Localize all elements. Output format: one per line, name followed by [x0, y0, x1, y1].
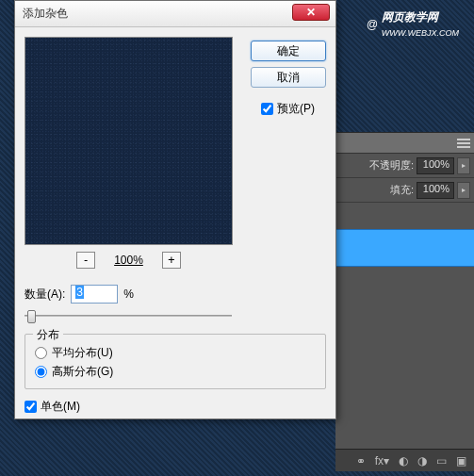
opacity-label: 不透明度: [369, 158, 414, 172]
adjustment-icon[interactable]: ◑ [417, 454, 427, 468]
fill-flyout-icon[interactable]: ▸ [457, 182, 470, 199]
amount-label: 数量(A): [25, 287, 65, 303]
gaussian-label: 高斯分布(G) [52, 364, 113, 380]
preview-checkbox[interactable] [261, 103, 273, 115]
monochrome-checkbox[interactable] [25, 401, 37, 413]
add-noise-dialog: 添加杂色 ✕ - 100% + 确定 取消 预览(P) 数量(A): 3 % [14, 0, 336, 419]
zoom-level: 100% [114, 254, 143, 267]
distribution-title: 分布 [33, 327, 63, 343]
close-button[interactable]: ✕ [292, 4, 330, 21]
fx-icon[interactable]: fx▾ [375, 454, 389, 468]
distribution-group: 分布 平均分布(U) 高斯分布(G) [25, 334, 326, 389]
zoom-in-button[interactable]: + [162, 252, 181, 269]
layers-footer: ⚭ fx▾ ◐ ◑ ▭ ▣ [335, 449, 474, 471]
uniform-row[interactable]: 平均分布(U) [35, 345, 316, 361]
link-icon[interactable]: ⚭ [356, 454, 366, 468]
folder-icon[interactable]: ▭ [436, 454, 447, 468]
opacity-row: 不透明度: 100% ▸ [335, 154, 474, 178]
opacity-input[interactable]: 100% [417, 157, 454, 174]
ok-button[interactable]: 确定 [251, 41, 326, 61]
slider-thumb[interactable] [27, 310, 36, 323]
zoom-out-button[interactable]: - [76, 252, 95, 269]
noise-preview[interactable] [25, 37, 233, 245]
fill-row: 填充: 100% ▸ [335, 178, 474, 203]
gaussian-row[interactable]: 高斯分布(G) [35, 364, 316, 380]
layers-panel: 不透明度: 100% ▸ 填充: 100% ▸ ⚭ fx▾ ◐ ◑ ▭ ▣ [335, 132, 474, 471]
slider-track [25, 315, 232, 317]
selected-layer[interactable] [335, 229, 474, 267]
watermark: @ 网页教学网WWW.WEBJX.COM [367, 9, 459, 39]
panel-menu-icon[interactable] [457, 139, 470, 148]
dialog-titlebar[interactable]: 添加杂色 ✕ [15, 1, 335, 27]
amount-input[interactable]: 3 [71, 285, 118, 304]
monochrome-row[interactable]: 单色(M) [25, 399, 326, 415]
amount-suffix: % [123, 287, 134, 301]
preview-label: 预览(P) [277, 101, 315, 117]
opacity-flyout-icon[interactable]: ▸ [457, 157, 470, 174]
amount-slider[interactable] [25, 309, 232, 322]
fill-input[interactable]: 100% [417, 182, 454, 199]
layers-panel-header [335, 133, 474, 154]
mask-icon[interactable]: ◐ [399, 454, 408, 468]
dialog-title: 添加杂色 [23, 6, 68, 22]
uniform-label: 平均分布(U) [52, 345, 113, 361]
gaussian-radio[interactable] [35, 366, 47, 378]
close-icon: ✕ [306, 6, 316, 19]
cancel-button[interactable]: 取消 [251, 67, 326, 88]
fill-label: 填充: [390, 183, 414, 197]
zoom-controls: - 100% + [25, 249, 233, 271]
uniform-radio[interactable] [35, 347, 47, 359]
monochrome-label: 单色(M) [41, 399, 80, 415]
new-layer-icon[interactable]: ▣ [456, 454, 466, 468]
